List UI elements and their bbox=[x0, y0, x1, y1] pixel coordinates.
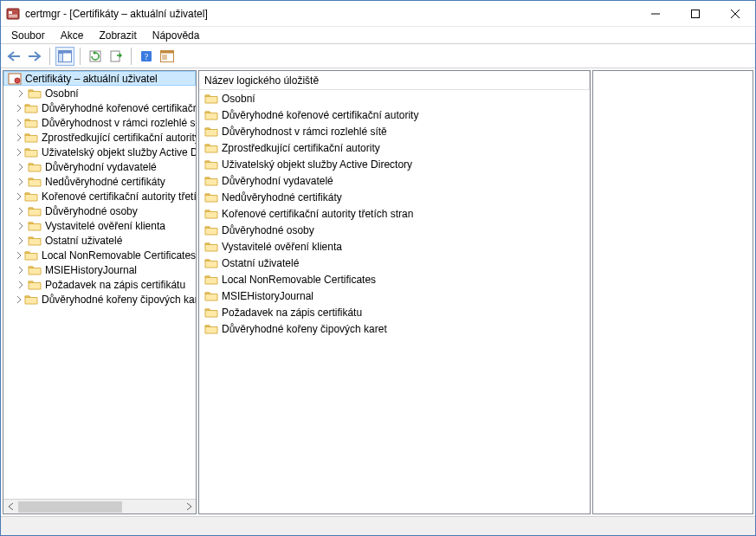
toolbar: ? bbox=[1, 44, 755, 68]
tree-item[interactable]: Osobní bbox=[3, 86, 196, 100]
svg-rect-2 bbox=[9, 15, 17, 16]
svg-point-21 bbox=[15, 78, 20, 83]
list-item[interactable]: Uživatelský objekt služby Active Directo… bbox=[199, 156, 590, 172]
expand-icon[interactable] bbox=[16, 281, 26, 288]
list-view[interactable]: OsobníDůvěryhodné kořenové certifikační … bbox=[199, 90, 590, 513]
list-column-header[interactable]: Název logického úložiště bbox=[199, 71, 590, 90]
expand-icon[interactable] bbox=[16, 134, 23, 141]
expand-icon[interactable] bbox=[16, 252, 23, 259]
folder-icon bbox=[28, 279, 42, 291]
expand-icon[interactable] bbox=[16, 237, 26, 244]
maximize-button[interactable] bbox=[675, 1, 715, 26]
list-item[interactable]: Důvěryhodné kořenové certifikační autori… bbox=[199, 107, 590, 123]
tree-item-label: Důvěryhodní vydavatelé bbox=[45, 161, 157, 173]
close-button[interactable] bbox=[715, 1, 755, 26]
list-item[interactable]: Požadavek na zápis certifikátu bbox=[199, 304, 590, 320]
status-bar bbox=[1, 516, 755, 535]
refresh-button[interactable] bbox=[86, 47, 105, 66]
properties-button[interactable] bbox=[158, 47, 177, 66]
tree-item-label: Vystavitelé ověření klienta bbox=[45, 220, 165, 232]
tree-horizontal-scrollbar[interactable] bbox=[3, 499, 196, 513]
tree-root-label: Certifikáty – aktuální uživatel bbox=[25, 73, 158, 85]
expand-icon[interactable] bbox=[16, 296, 23, 303]
folder-icon bbox=[28, 235, 42, 247]
list-item-label: Ostatní uživatelé bbox=[222, 257, 299, 269]
list-item[interactable]: Kořenové certifikační autority třetích s… bbox=[199, 205, 590, 222]
list-item-label: Důvěryhodné kořenové certifikační autori… bbox=[222, 109, 418, 121]
tree-item[interactable]: Vystavitelé ověření klienta bbox=[3, 218, 196, 233]
folder-icon bbox=[28, 264, 42, 276]
expand-icon[interactable] bbox=[16, 164, 26, 171]
export-button[interactable] bbox=[107, 47, 126, 66]
expand-icon[interactable] bbox=[16, 267, 26, 274]
list-item[interactable]: Důvěryhodní vydavatelé bbox=[199, 172, 590, 189]
list-item-label: Zprostředkující certifikační autority bbox=[222, 142, 380, 154]
expand-icon[interactable] bbox=[16, 178, 26, 185]
scroll-track[interactable] bbox=[18, 500, 181, 514]
show-tree-button[interactable] bbox=[55, 47, 74, 66]
toolbar-separator bbox=[131, 48, 132, 65]
list-item[interactable]: MSIEHistoryJournal bbox=[199, 287, 590, 304]
folder-icon bbox=[24, 249, 38, 262]
tree-item[interactable]: Důvěryhodní vydavatelé bbox=[3, 159, 196, 174]
expand-icon[interactable] bbox=[16, 119, 23, 126]
help-button[interactable]: ? bbox=[137, 47, 156, 66]
tree-item[interactable]: Důvěryhodnost v rámci rozlehlé sítě bbox=[3, 115, 196, 130]
folder-icon bbox=[204, 126, 218, 138]
menu-file[interactable]: Soubor bbox=[4, 28, 52, 43]
list-item[interactable]: Zprostředkující certifikační autority bbox=[199, 139, 590, 156]
tree-item[interactable]: Ostatní uživatelé bbox=[3, 233, 196, 248]
main-splitter: Certifikáty – aktuální uživatel OsobníDů… bbox=[1, 68, 755, 516]
tree-view[interactable]: Certifikáty – aktuální uživatel OsobníDů… bbox=[3, 71, 196, 499]
list-item[interactable]: Ostatní uživatelé bbox=[199, 255, 590, 271]
expand-icon[interactable] bbox=[16, 223, 26, 229]
expand-icon[interactable] bbox=[16, 105, 23, 112]
minimize-button[interactable] bbox=[636, 1, 675, 26]
list-item[interactable]: Důvěryhodné osoby bbox=[199, 222, 590, 238]
list-item[interactable]: Vystavitelé ověření klienta bbox=[199, 238, 590, 255]
tree-item-label: Local NonRemovable Certificates bbox=[42, 249, 196, 262]
expand-icon[interactable] bbox=[16, 193, 23, 200]
list-item-label: Důvěryhodné kořeny čipových karet bbox=[222, 323, 387, 335]
app-icon bbox=[6, 7, 20, 21]
tree-item[interactable]: Nedůvěryhodné certifikáty bbox=[3, 174, 196, 189]
toolbar-separator bbox=[49, 48, 50, 65]
list-item[interactable]: Důvěryhodnost v rámci rozlehlé sítě bbox=[199, 123, 590, 139]
menu-action[interactable]: Akce bbox=[54, 28, 91, 43]
list-item[interactable]: Local NonRemovable Certificates bbox=[199, 271, 590, 287]
expand-icon[interactable] bbox=[16, 90, 26, 97]
list-item[interactable]: Nedůvěryhodné certifikáty bbox=[199, 189, 590, 205]
svg-rect-16 bbox=[161, 50, 174, 53]
tree-item[interactable]: Důvěryhodné kořenové certifikační autori… bbox=[3, 100, 196, 115]
folder-icon bbox=[24, 132, 38, 144]
tree-item[interactable]: Uživatelský objekt služby Active Directo… bbox=[3, 145, 196, 159]
tree-item-label: Osobní bbox=[45, 87, 79, 100]
folder-icon bbox=[204, 257, 218, 269]
title-bar: certmgr - [Certifikáty – aktuální uživat… bbox=[1, 1, 755, 27]
tree-item[interactable]: Důvěryhodné kořeny čipových karet bbox=[3, 292, 196, 307]
tree-item[interactable]: Kořenové certifikační autority třetích s… bbox=[3, 189, 196, 203]
nav-forward-button[interactable] bbox=[25, 47, 44, 66]
svg-rect-5 bbox=[692, 10, 700, 17]
scroll-right-icon[interactable] bbox=[181, 500, 196, 514]
list-item[interactable]: Osobní bbox=[199, 90, 590, 107]
menu-view[interactable]: Zobrazit bbox=[92, 28, 143, 43]
nav-back-button[interactable] bbox=[4, 47, 23, 66]
tree-item[interactable]: Požadavek na zápis certifikátu bbox=[3, 277, 196, 292]
actions-pane bbox=[592, 70, 753, 514]
tree-item[interactable]: Zprostředkující certifikační autority bbox=[3, 130, 196, 145]
folder-icon bbox=[204, 274, 218, 286]
menu-help[interactable]: Nápověda bbox=[145, 28, 207, 43]
tree-item[interactable]: MSIEHistoryJournal bbox=[3, 262, 196, 277]
scroll-thumb[interactable] bbox=[18, 501, 122, 513]
tree-item-label: MSIEHistoryJournal bbox=[45, 264, 137, 276]
tree-root[interactable]: Certifikáty – aktuální uživatel bbox=[3, 71, 196, 86]
expand-icon[interactable] bbox=[16, 208, 26, 215]
tree-item-label: Důvěryhodné kořeny čipových karet bbox=[42, 294, 196, 306]
list-item[interactable]: Důvěryhodné kořeny čipových karet bbox=[199, 320, 590, 337]
tree-item[interactable]: Důvěryhodné osoby bbox=[3, 203, 196, 218]
scroll-left-icon[interactable] bbox=[3, 500, 18, 514]
tree-item[interactable]: Local NonRemovable Certificates bbox=[3, 248, 196, 262]
expand-icon[interactable] bbox=[16, 149, 23, 156]
window-title: certmgr - [Certifikáty – aktuální uživat… bbox=[25, 8, 636, 20]
